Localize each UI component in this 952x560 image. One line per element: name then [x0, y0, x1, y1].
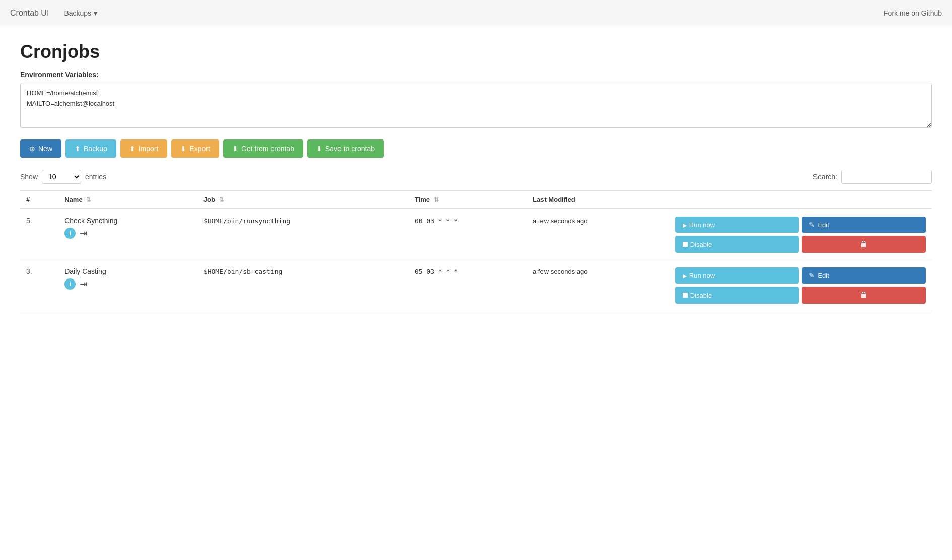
job-modified: a few seconds ago: [533, 268, 587, 275]
run-label: Run now: [689, 272, 715, 279]
dropdown-arrow-icon: ▾: [94, 9, 97, 17]
run-now-button[interactable]: Run now: [675, 267, 799, 284]
export-button[interactable]: ⬇ Export: [171, 139, 219, 158]
job-icons: i ⇥: [64, 228, 191, 239]
search-input[interactable]: [841, 170, 932, 184]
entries-select[interactable]: 10 25 50 100: [42, 170, 81, 184]
page-title: Cronjobs: [20, 41, 932, 62]
branch-icon[interactable]: ⇥: [80, 228, 87, 239]
disable-button[interactable]: Disable: [675, 236, 799, 253]
table-row: 3. Daily Casting i ⇥ $HOME/bin/sb-castin…: [20, 260, 932, 311]
job-time: 00 03 * * *: [415, 217, 458, 225]
delete-button[interactable]: 🗑: [802, 287, 926, 304]
table-row: 5. Check Syncthing i ⇥ $HOME/bin/runsync…: [20, 209, 932, 260]
fork-anchor[interactable]: Fork me on Github: [883, 9, 942, 17]
get-from-crontab-button[interactable]: ⬇ Get from crontab: [223, 139, 303, 158]
info-icon[interactable]: i: [64, 228, 76, 239]
cell-time: 00 03 * * *: [409, 209, 527, 260]
info-icon[interactable]: i: [64, 278, 76, 290]
cell-name: Check Syncthing i ⇥: [58, 209, 197, 260]
cell-actions: Run now ✎ Edit Disable 🗑: [669, 260, 932, 311]
save-to-crontab-label: Save to crontab: [325, 145, 375, 153]
play-icon: [683, 221, 687, 229]
job-name: Daily Casting: [64, 267, 191, 275]
trash-icon: 🗑: [860, 291, 868, 300]
disable-label: Disable: [690, 292, 712, 299]
export-icon: ⬇: [180, 145, 186, 153]
action-buttons-bar: ⊕ New ⬆ Backup ⬆ Import ⬇ Export ⬇ Get f…: [20, 139, 932, 158]
save-to-crontab-button[interactable]: ⬇ Save to crontab: [307, 139, 384, 158]
trash-icon: 🗑: [860, 240, 868, 249]
backups-dropdown[interactable]: Backups ▾: [59, 6, 102, 20]
cell-job: $HOME/bin/sb-casting: [197, 260, 409, 311]
fork-link[interactable]: Fork me on Github: [883, 9, 942, 17]
edit-icon: ✎: [809, 271, 815, 279]
col-actions: [669, 190, 932, 209]
cell-actions: Run now ✎ Edit Disable 🗑: [669, 209, 932, 260]
get-from-crontab-label: Get from crontab: [241, 145, 294, 153]
job-command: $HOME/bin/sb-casting: [203, 268, 283, 275]
col-job[interactable]: Job ⇅: [197, 190, 409, 209]
env-textarea[interactable]: HOME=/home/alchemist MAILTO=alchemist@lo…: [20, 83, 932, 128]
sort-name-icon: ⇅: [86, 196, 91, 203]
job-name: Check Syncthing: [64, 217, 191, 225]
row-number: 3.: [26, 267, 32, 275]
cell-job: $HOME/bin/runsyncthing: [197, 209, 409, 260]
get-icon: ⬇: [232, 145, 238, 153]
col-name[interactable]: Name ⇅: [58, 190, 197, 209]
search-label: Search:: [813, 173, 837, 181]
job-time: 05 03 * * *: [415, 268, 458, 275]
edit-label: Edit: [818, 272, 829, 279]
search-box: Search:: [813, 170, 932, 184]
job-modified: a few seconds ago: [533, 217, 587, 225]
backup-label: Backup: [84, 145, 107, 153]
branch-icon[interactable]: ⇥: [80, 278, 87, 290]
job-command: $HOME/bin/runsyncthing: [203, 217, 290, 225]
table-head: # Name ⇅ Job ⇅ Time ⇅ Last Modified: [20, 190, 932, 209]
new-button[interactable]: ⊕ New: [20, 139, 61, 158]
edit-icon: ✎: [809, 221, 815, 229]
row-actions: Run now ✎ Edit Disable 🗑: [675, 267, 926, 304]
col-number: #: [20, 190, 58, 209]
col-last-modified: Last Modified: [527, 190, 669, 209]
backup-icon: ⬆: [75, 145, 81, 153]
save-icon: ⬇: [316, 145, 322, 153]
sort-time-icon: ⇅: [434, 196, 439, 203]
import-icon: ⬆: [129, 145, 135, 153]
plus-icon: ⊕: [29, 145, 35, 153]
backups-label: Backups: [64, 9, 91, 17]
cell-time: 05 03 * * *: [409, 260, 527, 311]
row-actions: Run now ✎ Edit Disable 🗑: [675, 217, 926, 253]
col-time[interactable]: Time ⇅: [409, 190, 527, 209]
import-label: Import: [139, 145, 159, 153]
edit-button[interactable]: ✎ Edit: [802, 267, 926, 284]
cell-last-modified: a few seconds ago: [527, 260, 669, 311]
backup-button[interactable]: ⬆ Backup: [65, 139, 116, 158]
square-icon: [683, 293, 688, 298]
run-now-button[interactable]: Run now: [675, 217, 799, 233]
edit-label: Edit: [818, 221, 829, 229]
run-label: Run now: [689, 221, 715, 229]
disable-button[interactable]: Disable: [675, 287, 799, 304]
cell-number: 3.: [20, 260, 58, 311]
show-label: Show: [20, 173, 38, 181]
table-body: 5. Check Syncthing i ⇥ $HOME/bin/runsync…: [20, 209, 932, 311]
job-icons: i ⇥: [64, 278, 191, 290]
disable-label: Disable: [690, 241, 712, 248]
main-content: Cronjobs Environment Variables: HOME=/ho…: [0, 26, 952, 326]
delete-button[interactable]: 🗑: [802, 236, 926, 253]
show-entries-control: Show 10 25 50 100 entries: [20, 170, 106, 184]
export-label: Export: [189, 145, 210, 153]
play-icon: [683, 272, 687, 279]
env-variables-label: Environment Variables:: [20, 71, 932, 79]
table-controls: Show 10 25 50 100 entries Search:: [20, 170, 932, 184]
cell-last-modified: a few seconds ago: [527, 209, 669, 260]
new-label: New: [38, 145, 52, 153]
sort-job-icon: ⇅: [219, 196, 224, 203]
edit-button[interactable]: ✎ Edit: [802, 217, 926, 233]
import-button[interactable]: ⬆ Import: [120, 139, 168, 158]
cell-number: 5.: [20, 209, 58, 260]
row-number: 5.: [26, 217, 32, 225]
navbar: Crontab UI Backups ▾ Fork me on Github: [0, 0, 952, 26]
entries-label: entries: [85, 173, 106, 181]
